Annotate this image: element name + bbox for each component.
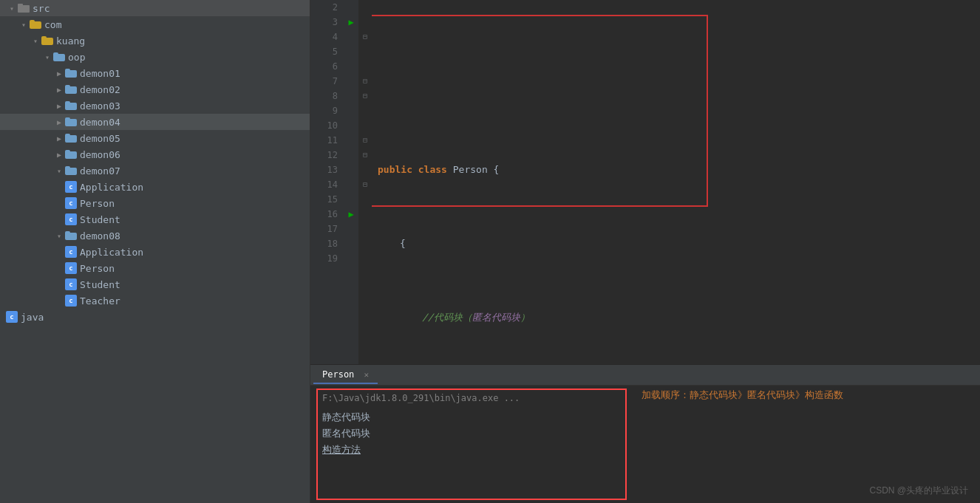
tree-item-demon07[interactable]: ▾ demon07 xyxy=(0,162,310,179)
tree-label-student07: Student xyxy=(80,214,120,225)
tree-label-person08: Person xyxy=(80,263,115,274)
tree-item-person08[interactable]: c Person xyxy=(0,260,310,276)
folder-icon-demon03 xyxy=(65,101,77,110)
arrow-src: ▾ xyxy=(6,4,18,13)
console-line-2: 匿名代码块 xyxy=(318,425,625,442)
tree-item-demon02[interactable]: ▶ demon02 xyxy=(0,81,310,97)
ln-17: 17 xyxy=(310,222,338,236)
tab-person-label: Person xyxy=(322,369,354,380)
watermark: CSDN @头疼的毕业设计 xyxy=(869,485,968,497)
tree-label-oop: oop xyxy=(68,52,85,63)
class-icon-person07: c xyxy=(65,197,77,209)
run-btn-3[interactable]: ▶ xyxy=(344,15,358,30)
console-note: 加载顺序：静态代码块》匿名代码块》构造函数 xyxy=(642,389,974,402)
class-icon-teacher08: c xyxy=(65,295,77,307)
folder-icon-demon07 xyxy=(65,166,77,175)
class-icon-app08: c xyxy=(65,246,77,258)
tree-label-demon06: demon06 xyxy=(80,149,120,160)
tab-person[interactable]: Person ✕ xyxy=(313,366,378,384)
run-gutter: ▶ ▶ xyxy=(344,0,358,364)
arrow-kuang: ▾ xyxy=(30,37,41,45)
tree-label-kuang: kuang xyxy=(56,35,85,47)
ln-6: 6 xyxy=(310,59,338,74)
ln-12: 12 xyxy=(310,148,338,162)
ln-19: 19 xyxy=(310,251,338,266)
tree-item-person07[interactable]: c Person xyxy=(0,195,310,211)
tree-label-demon04: demon04 xyxy=(80,117,120,128)
tree-label-demon05: demon05 xyxy=(80,133,120,144)
main-area: ▾ src ▾ com ▾ kuang ▾ oop ▶ demon01 xyxy=(0,0,980,503)
ln-9: 9 xyxy=(310,103,338,118)
arrow-demon07: ▾ xyxy=(53,167,65,175)
tree-label-demon01: demon01 xyxy=(80,68,120,79)
tree-label-java: java xyxy=(21,312,44,323)
tree-item-app07[interactable]: c Application xyxy=(0,179,310,195)
tree-item-student08[interactable]: c Student xyxy=(0,276,310,292)
tree-item-student07[interactable]: c Student xyxy=(0,211,310,227)
code-line-5: //代码块（匿名代码块） xyxy=(378,310,980,325)
ln-10: 10 xyxy=(310,118,338,133)
folder-icon-demon06 xyxy=(65,150,77,159)
folder-icon-demon05 xyxy=(65,134,77,143)
console-line-3: 构造方法 xyxy=(318,442,625,458)
arrow-oop: ▾ xyxy=(41,53,53,61)
code-container[interactable]: 2 3 4 5 6 7 8 9 10 11 12 13 14 15 16 17 … xyxy=(310,0,980,364)
tab-close-person[interactable]: ✕ xyxy=(364,370,370,380)
tree-item-oop[interactable]: ▾ oop xyxy=(0,49,310,65)
arrow-com: ▾ xyxy=(18,21,30,29)
arrow-demon08: ▾ xyxy=(53,232,65,240)
ln-4: 4 xyxy=(310,30,338,44)
folder-icon-demon02 xyxy=(65,85,77,94)
ln-5: 5 xyxy=(310,44,338,59)
tree-label-demon07: demon07 xyxy=(80,165,120,177)
tree-item-demon03[interactable]: ▶ demon03 xyxy=(0,97,310,114)
tree-label-person07: Person xyxy=(80,198,115,209)
ln-16: 16 xyxy=(310,207,338,222)
tree-label-app07: Application xyxy=(80,182,143,193)
arrow-demon03: ▶ xyxy=(53,102,65,110)
tree-item-teacher08[interactable]: c Teacher xyxy=(0,292,310,309)
folder-icon-demon08 xyxy=(65,231,77,240)
line-numbers: 2 3 4 5 6 7 8 9 10 11 12 13 14 15 16 17 … xyxy=(310,0,344,364)
class-icon-person08: c xyxy=(65,262,77,274)
console-line-1: 静态代码块 xyxy=(318,409,625,425)
folder-icon-com xyxy=(30,20,41,29)
class-icon-student08: c xyxy=(65,278,77,290)
tree-item-com[interactable]: ▾ com xyxy=(0,16,310,32)
tree-item-demon08[interactable]: ▾ demon08 xyxy=(0,227,310,244)
tree-item-java[interactable]: c java xyxy=(0,309,310,325)
folder-icon-kuang xyxy=(41,36,53,45)
tree-label-demon03: demon03 xyxy=(80,100,120,112)
src-folder-icon xyxy=(18,2,30,14)
cm-5: //代码块（ xyxy=(378,310,472,325)
tree-item-demon06[interactable]: ▶ demon06 xyxy=(0,146,310,162)
console-command: F:\Java\jdk1.8.0_291\bin\java.exe ... xyxy=(318,390,625,406)
fold-gutter: ⊟ ⊟ ⊟ ⊟ ⊟ ⊟ xyxy=(358,0,372,364)
tree-label-app08: Application xyxy=(80,247,143,258)
code-editor[interactable]: public class Person { { //代码块（匿名代码块） Sys… xyxy=(372,0,980,364)
ln-14: 14 xyxy=(310,177,338,192)
tree-item-demon05[interactable]: ▶ demon05 xyxy=(0,130,310,146)
tree-label-demon02: demon02 xyxy=(80,84,120,95)
tree-item-src[interactable]: ▾ src xyxy=(0,0,310,16)
folder-icon-demon01 xyxy=(65,69,77,78)
class-icon-java: c xyxy=(6,311,18,323)
console-output-box: F:\Java\jdk1.8.0_291\bin\java.exe ... 静态… xyxy=(316,389,627,500)
red-highlight-box xyxy=(372,15,708,207)
tree-item-kuang[interactable]: ▾ kuang xyxy=(0,32,310,49)
tree-item-app08[interactable]: c Application xyxy=(0,244,310,260)
ln-13: 13 xyxy=(310,162,338,177)
run-btn-16[interactable]: ▶ xyxy=(344,207,358,222)
code-line-3: public class Person { xyxy=(378,162,980,177)
tree-label-src: src xyxy=(33,3,50,14)
arrow-demon01: ▶ xyxy=(53,69,65,78)
tree-item-demon04[interactable]: ▶ demon04 xyxy=(0,114,310,130)
tree-label-teacher08: Teacher xyxy=(80,295,120,307)
cn-comment-5: 匿名代码块 xyxy=(472,310,520,325)
tree-label-student08: Student xyxy=(80,279,120,290)
ln-3: 3 xyxy=(310,15,338,30)
class-icon-app07: c xyxy=(65,181,77,193)
arrow-demon02: ▶ xyxy=(53,86,65,94)
tree-item-demon01[interactable]: ▶ demon01 xyxy=(0,65,310,81)
cn-comment-5b: ） xyxy=(520,310,530,325)
